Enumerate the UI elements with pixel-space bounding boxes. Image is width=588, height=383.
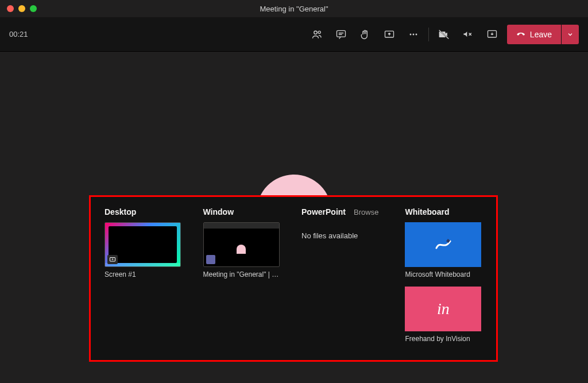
chat-icon[interactable] bbox=[334, 28, 348, 41]
whiteboard-header: Whiteboard bbox=[405, 207, 482, 216]
toolbar-media bbox=[437, 28, 499, 41]
raise-hand-icon[interactable] bbox=[358, 28, 372, 41]
camera-off-icon[interactable] bbox=[437, 28, 451, 41]
leave-group: Leave bbox=[507, 25, 579, 44]
close-window[interactable] bbox=[7, 5, 14, 12]
svg-point-0 bbox=[314, 31, 317, 34]
window-thumb-label: Meeting in "General" | M… bbox=[203, 270, 280, 278]
window-title: Meeting in "General" bbox=[260, 5, 328, 13]
powerpoint-browse[interactable]: Browse bbox=[354, 208, 378, 216]
share-screen-icon[interactable] bbox=[382, 28, 396, 41]
window-header: Window bbox=[203, 207, 286, 216]
minimize-window[interactable] bbox=[18, 5, 25, 12]
powerpoint-header: PowerPoint bbox=[301, 207, 346, 216]
desktop-thumb-screen1[interactable]: Screen #1 bbox=[105, 222, 187, 278]
desktop-thumb bbox=[105, 222, 181, 267]
powerpoint-empty: No files available bbox=[301, 222, 389, 240]
ms-whiteboard-label: Microsoft Whiteboard bbox=[405, 270, 481, 278]
share-col-whiteboard: Whiteboard Microsoft Whiteboard in bbox=[405, 207, 482, 353]
invision-label: Freehand by InVision bbox=[405, 335, 481, 343]
desktop-thumb-label: Screen #1 bbox=[105, 270, 181, 278]
toolbar-divider bbox=[428, 28, 429, 41]
window-thumb-teams[interactable]: Meeting in "General" | M… bbox=[203, 222, 286, 278]
share-badge-icon bbox=[107, 255, 118, 264]
download-icon[interactable] bbox=[485, 28, 499, 41]
leave-label: Leave bbox=[530, 30, 552, 39]
share-col-powerpoint: PowerPoint Browse No files available bbox=[301, 207, 389, 353]
whiteboard-ms[interactable]: Microsoft Whiteboard bbox=[405, 222, 482, 278]
whiteboard-invision[interactable]: in Freehand by InVision bbox=[405, 287, 482, 343]
window-thumb bbox=[203, 222, 280, 267]
more-actions-icon[interactable] bbox=[407, 28, 420, 41]
ms-whiteboard-tile bbox=[405, 222, 481, 267]
mic-muted-icon[interactable] bbox=[461, 28, 475, 41]
invision-tile: in bbox=[405, 287, 481, 331]
leave-options-button[interactable] bbox=[562, 25, 579, 44]
share-col-window: Window Meeting in "General" | M… bbox=[203, 207, 286, 353]
toolbar-actions bbox=[310, 28, 420, 41]
chevron-down-icon bbox=[567, 31, 574, 38]
svg-point-5 bbox=[412, 33, 414, 35]
svg-point-1 bbox=[318, 31, 320, 33]
invision-logo-icon: in bbox=[437, 301, 450, 317]
zoom-window[interactable] bbox=[30, 5, 37, 12]
window-controls bbox=[0, 5, 37, 12]
hangup-icon bbox=[516, 30, 525, 39]
svg-rect-2 bbox=[336, 30, 345, 37]
leave-button[interactable]: Leave bbox=[507, 25, 561, 44]
whiteboard-icon bbox=[434, 235, 452, 254]
title-bar: Meeting in "General" bbox=[0, 0, 588, 17]
share-tray: Desktop Screen #1 Window bbox=[89, 195, 498, 362]
meeting-stage: Desktop Screen #1 Window bbox=[0, 52, 588, 383]
share-col-desktop: Desktop Screen #1 bbox=[105, 207, 187, 353]
desktop-header: Desktop bbox=[105, 207, 187, 216]
meeting-toolbar: 00:21 Leave bbox=[0, 17, 588, 52]
svg-point-6 bbox=[415, 33, 417, 35]
participants-icon[interactable] bbox=[310, 28, 324, 41]
svg-point-4 bbox=[409, 33, 411, 35]
teams-app-icon bbox=[206, 255, 215, 264]
call-timer: 00:21 bbox=[9, 30, 28, 38]
